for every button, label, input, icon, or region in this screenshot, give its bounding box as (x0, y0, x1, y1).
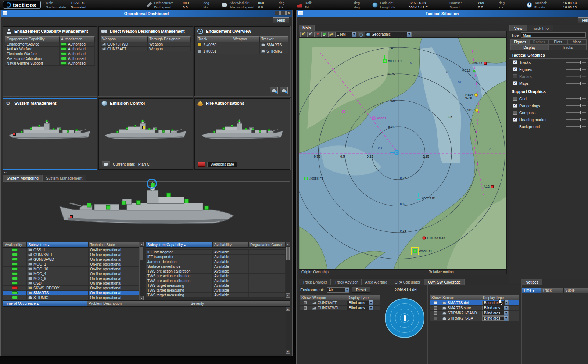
column-header[interactable]: Weapon (232, 36, 260, 42)
layer-checkbox[interactable] (513, 111, 517, 115)
track-symbol[interactable]: MG13 (462, 69, 476, 72)
sensor-coverage-row[interactable]: STIRMK2 K-BA Blind arcs▼ (430, 316, 519, 321)
panel-emission-control[interactable]: Emission Control Current plan: Plan C (98, 98, 193, 170)
capability-row[interactable]: Electronic Warfare Authorised (5, 51, 95, 56)
range-select[interactable]: 1 NM▼ (335, 32, 356, 37)
capability-row[interactable]: Jammer detection Available (146, 259, 286, 264)
subsystem-row[interactable]: STIRMK2 On-line operational (3, 295, 139, 300)
column-header[interactable]: Technical State (89, 242, 139, 248)
capability-row[interactable]: TWS target measuring Available (146, 293, 286, 298)
maximize-button[interactable]: □ (280, 11, 286, 15)
tab-view[interactable]: View (509, 25, 527, 31)
ship-overview-graphic[interactable] (56, 181, 236, 229)
show-checkbox[interactable] (304, 306, 307, 310)
subsystem-row[interactable]: GSS_1 On-line operational (3, 248, 139, 252)
subcategory-tab[interactable]: Display (510, 44, 549, 50)
layer-checkbox[interactable] (513, 67, 517, 71)
display-type-select[interactable]: Blind arcs▼ (347, 301, 373, 305)
ts-titlebar[interactable]: Tactical Situation (297, 10, 588, 17)
display-type-select[interactable]: Blind arcs▼ (482, 311, 509, 316)
help-button[interactable]: Help (578, 17, 588, 23)
engagement-row[interactable]: 2 #0050 SMARTS (197, 42, 288, 48)
column-header[interactable]: Track (197, 36, 232, 42)
layer-toggle-row[interactable]: Range rings (509, 102, 588, 109)
column-header[interactable]: Sensor (441, 295, 481, 300)
column-header[interactable]: Through Designate (148, 36, 191, 42)
subsystem-row[interactable]: MOC_10 On-line operational (3, 267, 139, 271)
display-type-select[interactable]: Blind arcs▼ (482, 316, 509, 321)
column-header-sorted[interactable]: Time of Occurence▲ (3, 301, 87, 306)
capability-row[interactable]: TWS target measuring Available (146, 288, 286, 293)
column-header[interactable]: Authorisation (60, 36, 95, 42)
subsystem-row[interactable]: OSD On-line operational (3, 281, 139, 286)
category-tab[interactable]: Radars (530, 39, 549, 44)
place-pin-icon[interactable] (314, 32, 320, 37)
layer-toggle-row[interactable]: Background (509, 123, 588, 130)
column-header[interactable]: Availability (213, 242, 249, 248)
layer-toggle-row[interactable]: Tracks (509, 59, 588, 66)
capability-row[interactable]: TWS pre action calibration Available (146, 278, 286, 283)
subsystem-row[interactable]: SMARTS On-line operational (3, 291, 139, 295)
capability-row[interactable]: IFF interrogator Available (146, 250, 286, 255)
view-title-input[interactable]: Main (521, 32, 586, 38)
layer-checkbox[interactable] (513, 74, 517, 78)
panel-nav-arrows[interactable]: ◂ ▴ (4, 171, 8, 174)
scrollbar[interactable]: ▲▼ (286, 307, 290, 354)
layer-toggle-row[interactable]: Radars (509, 73, 588, 80)
capability-row[interactable]: TWS pre action calibration Available (146, 274, 286, 278)
opacity-slider[interactable] (566, 97, 586, 101)
subsystem-row[interactable]: MOC_4 On-line operational (3, 271, 139, 276)
layer-toggle-row[interactable]: Maps (509, 80, 588, 87)
layer-toggle-row[interactable]: Figures (509, 66, 588, 73)
category-tab[interactable]: Figures (510, 39, 530, 44)
layer-checkbox[interactable] (513, 118, 517, 122)
place-flag-icon[interactable] (321, 32, 327, 37)
close-button[interactable]: × (286, 11, 291, 15)
projection-select[interactable]: Geographic▼ (365, 32, 412, 37)
show-checkbox[interactable] (434, 306, 437, 310)
subsystem-row[interactable]: GUN76AFT On-line operational (3, 252, 139, 257)
track-symbol[interactable]: #0055 F1 (383, 59, 402, 63)
opacity-slider[interactable] (566, 74, 586, 78)
track-symbol[interactable]: #0052 (372, 116, 386, 120)
subsystem-row[interactable]: GUN76FWD On-line operational (3, 257, 139, 262)
opacity-slider[interactable] (566, 125, 586, 129)
category-tab[interactable]: Maps (567, 39, 587, 44)
column-header[interactable]: Show (430, 295, 441, 300)
weapon-coverage-row[interactable]: GUN76AFT Blind arcs▼ (300, 300, 380, 306)
reset-button[interactable]: Reset (352, 287, 370, 293)
weapon-row[interactable]: GUN76AFT Weapon (101, 47, 191, 51)
capability-row[interactable]: Pre-action Calibration Authorised (5, 56, 95, 61)
track-symbol[interactable]: NBW (465, 93, 478, 97)
track-symbol[interactable]: B10 iso fl.4s (423, 236, 445, 240)
column-header[interactable]: Display Type (481, 295, 519, 300)
subsystem-row[interactable]: SKWS_DECOY On-line operational (3, 286, 139, 291)
track-symbol[interactable]: NBV (467, 108, 478, 112)
scrollbar[interactable]: ▲▼ (139, 242, 144, 300)
measure-ruler-icon[interactable] (328, 32, 334, 37)
ownship-symbol[interactable] (394, 150, 399, 155)
opacity-slider[interactable] (566, 60, 586, 64)
layer-checkbox[interactable] (513, 104, 517, 108)
column-header[interactable]: Track (541, 288, 564, 293)
tab-track-info[interactable]: Track Info (527, 25, 553, 31)
track-symbol[interactable]: A12 (484, 185, 494, 188)
subsystem-row[interactable]: MOC_9 On-line operational (3, 276, 139, 281)
subcategory-tab[interactable]: Tracks (549, 44, 587, 50)
opacity-slider[interactable] (566, 67, 586, 71)
engagement-row[interactable]: 1 #0051 STIRMK2 (197, 48, 288, 54)
sensor-coverage-row[interactable]: SMARTS surv Blind arcs▼ (430, 306, 519, 311)
layer-toggle-row[interactable]: Compass (509, 109, 588, 116)
column-header[interactable]: Tracker (260, 36, 288, 42)
draw-pencil-icon[interactable] (300, 32, 306, 37)
show-checkbox[interactable] (434, 317, 437, 320)
plan-select-button[interactable] (102, 161, 110, 167)
track-symbol[interactable]: #0053 F1 (417, 197, 436, 200)
column-header[interactable]: Degradation Cause (249, 242, 286, 248)
help-button[interactable]: Help (273, 17, 289, 23)
track-symbol[interactable]: #0054 F1 (413, 249, 432, 253)
show-checkbox[interactable] (434, 301, 437, 304)
capability-row[interactable]: TWS pre action calibration Available (146, 269, 286, 274)
monitoring-tab[interactable]: System Monitoring (3, 175, 42, 181)
opacity-slider[interactable] (566, 118, 586, 122)
